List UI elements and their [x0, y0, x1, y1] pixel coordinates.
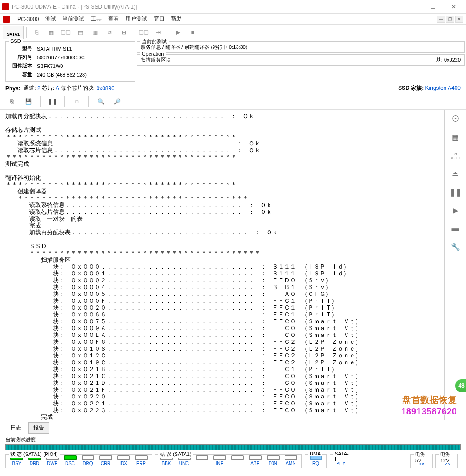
menu-view[interactable]: 查看 — [108, 15, 119, 23]
model-label: 型号 — [10, 45, 34, 52]
find-icon[interactable]: 🔍 — [94, 95, 107, 108]
wrench-icon[interactable]: 🔧 — [449, 240, 462, 253]
app-icon — [2, 3, 9, 10]
find-next-icon[interactable]: 🔎 — [111, 95, 124, 108]
group-title: DMA — [308, 451, 322, 456]
error-group: 错 误 (SATA1) BBKUNCINFABRT0NAMN — [155, 454, 302, 468]
separator — [64, 96, 65, 107]
probe-icon[interactable]: ⦿ — [449, 113, 462, 125]
block-value: 0x0220 — [444, 57, 461, 62]
tool-icon-2[interactable]: ▦ — [44, 26, 58, 39]
copy-icon[interactable]: ⧉ — [70, 95, 83, 108]
titlebar: PC-3000 UDMA-E - China - [PS SSD Utility… — [0, 0, 466, 14]
maximize-button[interactable]: ☐ — [422, 0, 443, 14]
tool-icon-5[interactable]: ▥ — [88, 26, 102, 39]
mdi-restore-button[interactable]: ❐ — [446, 16, 454, 23]
progress-section: 当前测试进度 — [0, 435, 466, 451]
error-led — [196, 455, 208, 460]
tool-icon-exit[interactable]: ⇥ — [151, 26, 165, 39]
progress-bar — [5, 444, 461, 450]
group-title: SATA-II — [333, 451, 352, 462]
channel-label: 通道: — [23, 84, 36, 92]
error-led — [231, 455, 244, 460]
mdi-close-button[interactable]: ✕ — [455, 16, 463, 23]
group-title: 当前的测试 — [140, 38, 169, 45]
separator — [26, 27, 27, 38]
current-test-text: 服务信息 / 翻译器 / 创建翻译器 (运行中 0:13:30) — [141, 44, 461, 51]
progress-label: 当前测试进度 — [5, 436, 461, 443]
state-led-label: CRR — [101, 461, 111, 466]
menu-test[interactable]: 测试 — [45, 15, 56, 23]
error-led — [285, 455, 297, 460]
stop-button[interactable]: ■ — [186, 26, 199, 39]
tool-icon-3[interactable]: ❏❏ — [59, 26, 72, 39]
state-led-label: DRQ — [83, 461, 93, 466]
sata-port-button[interactable]: ⋯⋯ SATA1 — [3, 26, 24, 39]
menubar: PC-3000 测试 当前测试 工具 查看 用户测试 窗口 帮助 — ❐ ✕ — [0, 14, 466, 25]
error-led-label: AMN — [285, 461, 295, 466]
separator — [168, 27, 168, 38]
device-info-row: SSD 型号SATAFIRM S11 序列号50026B7776000CDC 固… — [0, 40, 466, 83]
ssd-family-label: SSD 家族: — [398, 85, 424, 91]
state-led-label: DSC — [65, 461, 75, 466]
tool-icon-7[interactable]: ⊞ — [117, 26, 131, 39]
eject-icon[interactable]: ⏏ — [449, 167, 462, 180]
separator — [134, 27, 134, 38]
tool-icon-6[interactable]: ⧉ — [103, 26, 116, 39]
green-badge[interactable]: 48 — [454, 378, 466, 393]
log-output[interactable]: 加载再分配块表．．．．．．．．．．．．．．．．．．．．．．．．．．．．．． ： … — [0, 110, 444, 420]
minimize-button[interactable]: — — [401, 0, 422, 14]
phys-info-row: Phys: 通道: 2 芯片: 6 每个芯片的块: 0x0890 SSD 家族:… — [0, 83, 466, 93]
ic-icon[interactable]: ▬ — [449, 222, 462, 235]
state-led-label: DRD — [30, 461, 40, 466]
state-led — [117, 455, 130, 460]
error-led-label: T0N — [269, 461, 277, 466]
state-led — [135, 455, 148, 460]
state-led-label: DWF — [47, 461, 57, 466]
capacity-value: 240 GB (468 862 128) — [35, 71, 88, 78]
pause-side-icon[interactable]: ❚❚ — [449, 186, 462, 198]
save-icon[interactable]: 💾 — [22, 95, 35, 108]
app-icon — [3, 16, 10, 23]
error-led — [267, 455, 280, 460]
tool-icon-4[interactable]: ▤ — [73, 26, 87, 39]
mdi-minimize-button[interactable]: — — [437, 16, 445, 23]
export-icon[interactable]: ⎘ — [5, 95, 18, 108]
tab-report[interactable]: 报告 — [28, 422, 49, 434]
dma-group: DMA RQ — [305, 454, 327, 468]
tool-icon-1[interactable]: ⎘ — [30, 26, 43, 39]
menu-window[interactable]: 窗口 — [154, 15, 165, 23]
side-toolbar: ⦿ ▦ ⟲RESET ⏏ ❚❚ ▶ ▬ 🔧 — [444, 110, 466, 420]
error-led — [213, 455, 226, 460]
group-title: 电源 5V — [414, 451, 432, 463]
tool-icon-8[interactable]: ❏❏ — [137, 26, 150, 39]
main-area: 加载再分配块表．．．．．．．．．．．．．．．．．．．．．．．．．．．．．． ： … — [0, 110, 466, 420]
serial-label: 序列号 — [10, 53, 34, 61]
chip-label: 芯片: — [42, 84, 54, 92]
play-button[interactable]: ▶ — [171, 26, 185, 39]
group-title: 状 态 (SATA1)-[PIO4] — [9, 451, 60, 458]
menu-user-test[interactable]: 用户测试 — [125, 15, 147, 23]
tab-log[interactable]: 日志 — [5, 422, 26, 434]
phys-label: Phys: — [5, 85, 21, 92]
menu-app[interactable]: PC-3000 — [17, 16, 39, 22]
menu-tools[interactable]: 工具 — [91, 15, 102, 23]
error-led — [249, 455, 262, 460]
group-title: Operation — [140, 51, 166, 57]
error-led-label: ABR — [250, 461, 260, 466]
reset-icon[interactable]: ⟲RESET — [449, 149, 462, 162]
play-side-icon[interactable]: ▶ — [449, 204, 462, 217]
close-button[interactable]: ✕ — [443, 0, 464, 14]
error-led-label: BBK — [161, 461, 171, 466]
current-test-group: 当前的测试 服务信息 / 翻译器 / 创建翻译器 (运行中 0:13:30) — [137, 41, 465, 53]
error-led-label: INF — [216, 461, 223, 466]
channel-value: 2 — [37, 85, 41, 92]
serial-value: 50026B7776000CDC — [35, 53, 88, 61]
pause-icon[interactable]: ❚❚ — [46, 95, 59, 108]
device-info-group: SSD 型号SATAFIRM S11 序列号50026B7776000CDC 固… — [5, 41, 135, 82]
operation-name: 扫描服务区块 — [141, 57, 171, 63]
chip-icon[interactable]: ▦ — [449, 131, 462, 144]
error-led-label: UNC — [179, 461, 189, 466]
menu-help[interactable]: 帮助 — [171, 15, 182, 23]
menu-current-test[interactable]: 当前测试 — [62, 15, 84, 23]
